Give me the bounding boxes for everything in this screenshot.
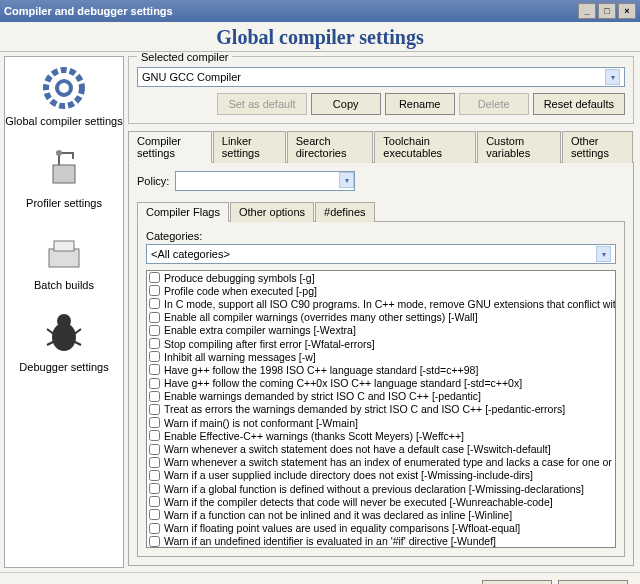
flag-row[interactable]: Enable warnings demanded by strict ISO C… [147,390,615,403]
flag-checkbox[interactable] [149,338,160,349]
flag-checkbox[interactable] [149,457,160,468]
sidebar-item-profiler[interactable]: Profiler settings [26,145,102,209]
sidebar-item-label: Debugger settings [19,361,108,373]
flag-row[interactable]: Stop compiling after first error [-Wfata… [147,337,615,350]
flag-checkbox[interactable] [149,298,160,309]
categories-value: <All categories> [151,248,230,260]
sidebar-item-label: Global compiler settings [5,115,122,127]
flag-label: Warn if main() is not conformant [-Wmain… [164,417,358,429]
compiler-select[interactable]: GNU GCC Compiler ▾ [137,67,625,87]
copy-button[interactable]: Copy [311,93,381,115]
delete-button: Delete [459,93,529,115]
flag-row[interactable]: Enable Effective-C++ warnings (thanks Sc… [147,429,615,442]
maximize-button[interactable]: □ [598,3,616,19]
batch-icon [39,227,89,277]
fieldset-legend: Selected compiler [137,52,232,63]
flag-row[interactable]: Have g++ follow the coming C++0x ISO C++… [147,377,615,390]
gear-icon [39,63,89,113]
dialog-footer: OK Cancel [0,572,640,584]
policy-select[interactable]: ▾ [175,171,355,191]
flag-checkbox[interactable] [149,378,160,389]
flag-row[interactable]: In C mode, support all ISO C90 programs.… [147,297,615,310]
flag-label: Warn if floating point values are used i… [164,522,520,534]
flag-row[interactable]: Warn if floating point values are used i… [147,522,615,535]
flag-row[interactable]: Inhibit all warning messages [-w] [147,350,615,363]
selected-compiler-fieldset: Selected compiler GNU GCC Compiler ▾ Set… [128,56,634,124]
window-title: Compiler and debugger settings [4,5,173,17]
flag-label: Warn if a global function is defined wit… [164,483,584,495]
flag-row[interactable]: Warn if an undefined identifier is evalu… [147,535,615,548]
flag-checkbox[interactable] [149,364,160,375]
flag-label: Warn whenever a switch statement does no… [164,443,551,455]
flag-row[interactable]: Treat as errors the warnings demanded by… [147,403,615,416]
flag-label: Profile code when executed [-pg] [164,285,317,297]
close-button[interactable]: × [618,3,636,19]
subtab-compiler-flags[interactable]: Compiler Flags [137,202,229,222]
sidebar-item-debugger[interactable]: Debugger settings [19,309,108,373]
flag-checkbox[interactable] [149,391,160,402]
flag-label: Warn if a user supplied include director… [164,469,533,481]
flag-row[interactable]: Warn if main() is not conformant [-Wmain… [147,416,615,429]
tab-linker-settings[interactable]: Linker settings [213,131,286,163]
flag-checkbox[interactable] [149,285,160,296]
tab-search-directories[interactable]: Search directories [287,131,374,163]
cancel-button[interactable]: Cancel [558,580,628,585]
reset-defaults-button[interactable]: Reset defaults [533,93,625,115]
flag-row[interactable]: Warn whenever a switch statement does no… [147,442,615,455]
flag-label: Enable Effective-C++ warnings (thanks Sc… [164,430,464,442]
main-tabs: Compiler settings Linker settings Search… [128,130,634,163]
subtab-other-options[interactable]: Other options [230,202,314,222]
flag-label: Treat as errors the warnings demanded by… [164,403,565,415]
categories-label: Categories: [146,230,616,242]
flag-checkbox[interactable] [149,272,160,283]
svg-point-1 [57,81,71,95]
flag-label: Warn if the compiler detects that code w… [164,496,553,508]
sidebar-item-compiler[interactable]: Global compiler settings [5,63,122,127]
flag-checkbox[interactable] [149,417,160,428]
tab-other-settings[interactable]: Other settings [562,131,633,163]
flag-checkbox[interactable] [149,325,160,336]
flag-row[interactable]: Warn if a global function is defined wit… [147,482,615,495]
flag-row[interactable]: Enable extra compiler warnings [-Wextra] [147,324,615,337]
svg-rect-4 [49,249,79,267]
flag-row[interactable]: Produce debugging symbols [-g] [147,271,615,284]
bug-icon [39,309,89,359]
flag-row[interactable]: Warn if a user supplied include director… [147,469,615,482]
tab-toolchain[interactable]: Toolchain executables [374,131,476,163]
categories-select[interactable]: <All categories> ▾ [146,244,616,264]
flag-checkbox[interactable] [149,404,160,415]
flag-checkbox[interactable] [149,496,160,507]
flag-checkbox[interactable] [149,430,160,441]
chevron-down-icon: ▾ [605,69,620,85]
flag-checkbox[interactable] [149,536,160,547]
profiler-icon [39,145,89,195]
flag-checkbox[interactable] [149,312,160,323]
chevron-down-icon: ▾ [596,246,611,262]
tab-custom-variables[interactable]: Custom variables [477,131,561,163]
minimize-button[interactable]: _ [578,3,596,19]
flag-checkbox[interactable] [149,523,160,534]
ok-button[interactable]: OK [482,580,552,585]
rename-button[interactable]: Rename [385,93,455,115]
flag-checkbox[interactable] [149,483,160,494]
flag-checkbox[interactable] [149,351,160,362]
flag-row[interactable]: Profile code when executed [-pg] [147,284,615,297]
tab-compiler-settings[interactable]: Compiler settings [128,131,212,163]
sidebar-item-batch[interactable]: Batch builds [34,227,94,291]
flag-row[interactable]: Have g++ follow the 1998 ISO C++ languag… [147,363,615,376]
flag-row[interactable]: Enable all compiler warnings (overrides … [147,311,615,324]
flag-row[interactable]: Warn if the compiler detects that code w… [147,495,615,508]
flag-checkbox[interactable] [149,470,160,481]
titlebar: Compiler and debugger settings _ □ × [0,0,640,22]
svg-point-3 [56,150,62,156]
flag-row[interactable]: Warn if a function can not be inlined an… [147,508,615,521]
subtab-defines[interactable]: #defines [315,202,375,222]
flag-checkbox[interactable] [149,509,160,520]
svg-point-7 [57,314,71,328]
flag-label: Enable extra compiler warnings [-Wextra] [164,324,356,336]
compiler-flags-list[interactable]: Produce debugging symbols [-g]Profile co… [146,270,616,548]
flag-row[interactable]: Warn whenever a switch statement has an … [147,456,615,469]
flag-label: Produce debugging symbols [-g] [164,272,315,284]
flag-checkbox[interactable] [149,444,160,455]
flag-label: Warn whenever a switch statement has an … [164,456,615,468]
